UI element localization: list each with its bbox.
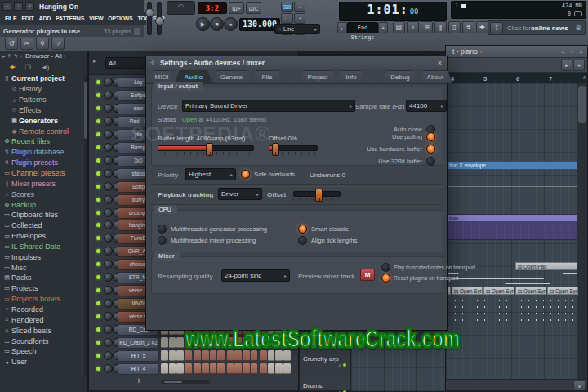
picker-item-crunchy-arp[interactable]: Crunchy arp♪ [300,355,350,363]
pattern-clip-open-synth[interactable]: ⊟ Open Synth [452,287,483,295]
tab-file[interactable]: File [252,70,283,83]
pan-knob[interactable] [104,143,113,152]
playlist-icon[interactable]: ▤ [393,21,405,33]
window-button[interactable]: – [2,2,11,11]
step-cell[interactable] [202,363,209,374]
step-cell[interactable] [161,337,168,348]
playback-source-select[interactable]: Driver▸ [218,188,262,200]
priority-select[interactable]: Highest▸ [185,168,236,180]
browser-item-il-shared-data[interactable]: ▭IL Shared Data [0,242,87,252]
scroll-up-icon[interactable]: ∧ [582,74,586,81]
rack-menu-icon[interactable]: ▸ [93,58,96,65]
browser-item-history[interactable]: ↺History [0,84,87,95]
browser-item-generators[interactable]: ▦Generators [0,115,87,126]
channel-enable-led[interactable] [96,172,100,176]
pan-knob[interactable] [104,182,113,191]
browser-item-channel-presets[interactable]: ▭Channel presets [0,168,87,179]
playlist-vscrollbar[interactable] [577,83,587,381]
fold-button[interactable]: ∨ [573,381,586,390]
browser-nav-icons[interactable]: ▸ ↟ ↰ ⌕ [2,53,23,60]
browser-item-packs[interactable]: ▤Packs [0,273,87,283]
browser-item-plugin-database[interactable]: ↯Plugin database [0,147,87,158]
playback-offset-slider[interactable] [293,191,341,197]
channel-enable-led[interactable] [96,223,100,227]
pan-knob[interactable] [104,338,113,347]
pan-knob[interactable] [104,104,113,113]
channel-enable-led[interactable] [96,132,100,136]
pan-knob[interactable] [104,78,113,87]
menu-view[interactable]: VIEW [87,16,105,21]
toggle-use-32bit-buffer[interactable]: Use 32Bit buffer [378,157,435,166]
browser-item-remote-control[interactable]: ◉Remote control [0,126,87,136]
browser-item-collected[interactable]: ▭Collected [0,220,87,231]
toggle-play-truncated-notes-on-transport[interactable]: Play truncated notes on transport [381,263,475,272]
browser-item-sliced-beats[interactable]: ≈Sliced beats [0,325,87,336]
browser-item-rendered[interactable]: ≈Rendered [0,314,87,325]
browser-item-clipboard-files[interactable]: ▭Clipboard files [0,210,87,220]
step-cell[interactable] [243,363,250,374]
step-cell[interactable] [268,363,275,374]
channel-enable-led[interactable] [96,249,100,253]
speaker-icon[interactable]: ◄) [41,64,50,71]
pan-knob[interactable] [104,156,113,165]
pan-knob[interactable] [104,195,113,204]
window-button[interactable]: × [577,49,586,55]
step-cell[interactable] [251,363,258,374]
pattern-add-icon[interactable]: Ш+ [229,2,244,14]
close-icon[interactable]: × [438,59,442,67]
pattern-clip-open-synth[interactable]: ⊟ Open Synth [483,287,514,295]
browser-item-backup[interactable]: ♻Backup [0,199,87,210]
menu-patterns[interactable]: PATTERNS [53,16,87,21]
step-cell[interactable] [260,363,267,374]
browser-item-mixer-presets[interactable]: ∥Mixer presets [0,178,87,189]
browser-item-user[interactable]: ●User [0,357,87,368]
step-cell[interactable] [161,350,168,361]
stop-button[interactable]: ■ [210,17,224,31]
step-cell[interactable] [210,363,217,374]
main-volume-slider[interactable] [147,2,152,35]
device-select[interactable]: Primary Sound Driver▸ [182,100,355,112]
channel-enable-led[interactable] [96,314,100,318]
file-icon[interactable]: ❐ [25,64,31,71]
channel-enable-led[interactable] [96,354,100,358]
piano-roll-icon[interactable]: ♪ [407,21,419,33]
pan-knob[interactable] [104,220,113,229]
browser-item-current-project[interactable]: ▯Current project [0,74,87,84]
tab-about[interactable]: About [418,70,452,83]
channel-enable-led[interactable] [96,341,100,345]
channel-enable-led[interactable] [96,93,100,97]
browser-item-speech[interactable]: ▭Speech [0,346,87,357]
offset-slider[interactable] [269,145,318,151]
buffer-length-slider[interactable] [158,145,254,151]
microphone-icon[interactable]: ⚲ [36,38,49,50]
pan-knob[interactable] [104,208,113,217]
pan-knob[interactable] [104,351,113,360]
browser-item-envelopes[interactable]: ▭Envelopes [0,231,87,242]
pan-knob[interactable] [104,234,113,243]
menu-file[interactable]: FILE [2,16,19,21]
pattern-prev-button[interactable]: ▸ [337,22,347,33]
picker-item-drums[interactable]: Drums♪ [300,382,350,390]
browser-item-effects[interactable]: ☉Effects [0,105,87,116]
toggle-reset-plugins-on-transport[interactable]: Reset plugins on transport [381,274,458,283]
step-cell[interactable] [169,363,176,374]
snap-selector[interactable]: ∩ Line▸ [274,24,320,34]
pattern-clone-icon[interactable]: ШC [246,2,261,14]
channel-enable-led[interactable] [96,211,100,215]
channel-enable-led[interactable] [96,198,100,202]
window-button[interactable]: ▫ [568,49,577,55]
pan-knob[interactable] [104,299,113,308]
help-icon[interactable]: ? [51,38,65,50]
pattern-clip-open-synth[interactable]: ⊟ Open Synth [547,287,578,295]
add-plugin-icon[interactable]: ✚ [10,64,16,71]
tab-debug[interactable]: Debug [382,70,418,83]
channel-button[interactable]: HIT_4 [118,363,159,375]
browser-item-projects[interactable]: ▭Projects [0,283,87,294]
samplerate-select[interactable]: 44100▸ [406,100,447,112]
menu-edit[interactable]: EDIT [19,16,36,21]
playlist-next-button[interactable]: ▸ [561,60,572,71]
pattern-clip-open-synth[interactable]: ⊟ Open Synth [515,287,546,295]
channel-rack-icon[interactable]: ⊞ [421,21,433,33]
play-button[interactable]: ▶ [196,17,210,31]
toggle-align-tick-lengths[interactable]: Align tick lengths [298,236,357,245]
